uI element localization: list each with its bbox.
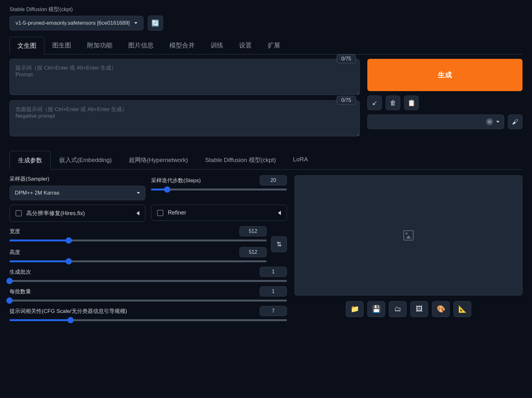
send-extras-button[interactable]: 📐 <box>453 301 471 317</box>
sampler-selected: DPM++ 2M Karras <box>15 190 60 196</box>
swap-dimensions-button[interactable]: ⇅ <box>271 236 287 252</box>
trash-icon: 🗑 <box>390 99 396 107</box>
styles-select[interactable]: ✕ <box>367 115 504 129</box>
result-toolbar: 📁 💾 🗂 🖼 🎨 📐 <box>294 301 522 317</box>
image-placeholder-icon <box>403 230 414 240</box>
subtab-generation[interactable]: 生成参数 <box>10 151 51 170</box>
refiner-checkbox[interactable] <box>157 210 163 216</box>
subtab-embedding[interactable]: 嵌入式(Embedding) <box>51 151 120 169</box>
brush-icon: 🖌 <box>512 118 518 126</box>
caret-down-icon <box>137 192 140 194</box>
output-preview <box>294 175 522 295</box>
save-button[interactable]: 💾 <box>367 301 385 317</box>
tab-txt2img[interactable]: 文生图 <box>10 37 44 54</box>
tab-png-info[interactable]: 图片信息 <box>120 36 162 54</box>
tab-extensions[interactable]: 扩展 <box>260 36 288 54</box>
edit-styles-button[interactable]: 🖌 <box>508 115 522 129</box>
refresh-models-button[interactable]: 🔄 <box>148 16 163 31</box>
generation-subtabs: 生成参数 嵌入式(Embedding) 超网络(Hypernetwork) St… <box>10 151 522 170</box>
clipboard-icon: 📋 <box>408 99 415 107</box>
zip-icon: 🗂 <box>394 305 401 313</box>
hires-fix-accordion[interactable]: 高分辨率修复(Hires.fix) <box>10 205 145 222</box>
clear-styles-icon[interactable]: ✕ <box>486 118 493 125</box>
caret-down-icon <box>496 121 499 123</box>
batch-size-slider[interactable] <box>10 300 287 302</box>
open-folder-button[interactable]: 📁 <box>346 301 364 317</box>
hires-fix-label: 高分辨率修复(Hires.fix) <box>26 209 85 217</box>
image-icon: 🖼 <box>416 305 423 313</box>
batch-count-label: 生成批次 <box>10 268 31 276</box>
triangle-left-icon <box>278 211 281 215</box>
tab-img2img[interactable]: 图生图 <box>44 36 79 54</box>
triangle-left-icon <box>136 211 139 215</box>
batch-size-label: 每批数量 <box>10 288 31 295</box>
tab-settings[interactable]: 设置 <box>231 36 260 54</box>
prompt-token-counter: 0/75 <box>337 54 356 63</box>
negative-prompt-input[interactable] <box>10 100 360 136</box>
zip-button[interactable]: 🗂 <box>389 301 407 317</box>
refiner-label: Refiner <box>168 209 186 216</box>
subtab-lora[interactable]: LoRA <box>284 151 317 169</box>
cfg-slider[interactable] <box>10 319 287 321</box>
tab-train[interactable]: 训练 <box>203 36 231 54</box>
tab-extras[interactable]: 附加功能 <box>79 36 120 54</box>
arrow-in-icon: ↙ <box>372 99 377 107</box>
refiner-accordion[interactable]: Refiner <box>151 205 287 221</box>
height-value[interactable]: 512 <box>239 247 267 257</box>
folder-icon: 📁 <box>351 305 359 313</box>
caret-down-icon <box>134 22 137 24</box>
clear-prompt-button[interactable]: 🗑 <box>386 96 400 110</box>
sampler-select[interactable]: DPM++ 2M Karras <box>10 186 145 200</box>
width-value[interactable]: 512 <box>239 226 267 236</box>
height-label: 高度 <box>10 249 20 256</box>
ruler-icon: 📐 <box>458 305 467 313</box>
palette-icon: 🎨 <box>437 305 445 313</box>
width-slider[interactable] <box>10 239 267 241</box>
subtab-hypernetwork[interactable]: 超网络(Hypernetwork) <box>120 151 197 169</box>
subtab-checkpoint[interactable]: Stable Diffusion 模型(ckpt) <box>197 151 285 169</box>
read-last-params-button[interactable]: ↙ <box>367 96 382 110</box>
sampler-label: 采样器(Sampler) <box>10 175 145 183</box>
model-label: Stable Diffusion 模型(ckpt) <box>10 6 522 13</box>
swap-icon: ⇅ <box>276 240 282 248</box>
main-tabs: 文生图 图生图 附加功能 图片信息 模型合并 训练 设置 扩展 <box>10 36 522 54</box>
model-selected-value: v1-5-pruned-emaonly.safetensors [6ce0161… <box>16 20 130 26</box>
height-slider[interactable] <box>10 260 267 262</box>
steps-value[interactable]: 20 <box>260 175 287 185</box>
generate-button[interactable]: 生成 <box>367 59 522 91</box>
hires-fix-checkbox[interactable] <box>16 210 22 216</box>
steps-label: 采样迭代步数(Steps) <box>151 177 201 184</box>
batch-count-slider[interactable] <box>10 280 287 282</box>
steps-slider[interactable] <box>151 189 287 190</box>
tab-checkpoint-merger[interactable]: 模型合并 <box>162 36 203 54</box>
cfg-value[interactable]: 7 <box>260 306 287 316</box>
batch-size-value[interactable]: 1 <box>260 286 287 296</box>
prompt-input[interactable] <box>10 59 360 95</box>
refresh-icon: 🔄 <box>151 19 159 27</box>
cfg-label: 提示词相关性(CFG Scale/无分类器信息引导规模) <box>10 308 127 315</box>
send-inpaint-button[interactable]: 🎨 <box>432 301 450 317</box>
clipboard-button[interactable]: 📋 <box>404 96 419 110</box>
width-label: 宽度 <box>10 228 20 235</box>
negative-prompt-token-counter: 0/75 <box>337 96 356 105</box>
save-icon: 💾 <box>372 305 381 313</box>
batch-count-value[interactable]: 1 <box>260 267 287 277</box>
send-image-button[interactable]: 🖼 <box>410 301 428 317</box>
model-checkpoint-select[interactable]: v1-5-pruned-emaonly.safetensors [6ce0161… <box>10 16 143 30</box>
